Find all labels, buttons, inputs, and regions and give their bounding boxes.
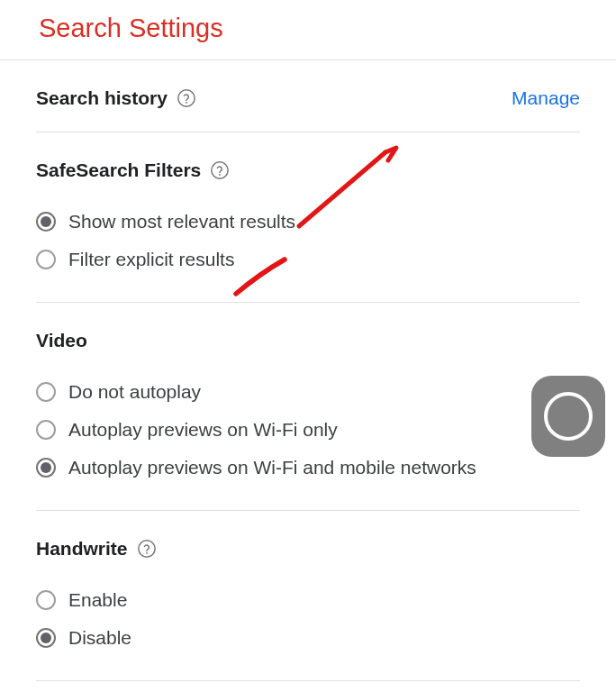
- radio-label: Autoplay previews on Wi-Fi and mobile ne…: [68, 457, 476, 478]
- help-icon[interactable]: [137, 539, 157, 559]
- radio-icon: [36, 590, 56, 610]
- history-heading: Search history: [36, 87, 168, 109]
- radio-option-autoplay-all[interactable]: Autoplay previews on Wi-Fi and mobile ne…: [36, 449, 580, 487]
- radio-label: Show most relevant results: [68, 211, 295, 232]
- radio-icon: [36, 382, 56, 402]
- help-icon[interactable]: [177, 88, 196, 108]
- radio-option-no-autoplay[interactable]: Do not autoplay: [36, 373, 580, 411]
- divider: [36, 680, 580, 681]
- handwrite-options: Enable Disable: [36, 578, 580, 680]
- radio-option-autoplay-wifi[interactable]: Autoplay previews on Wi-Fi only: [36, 411, 580, 449]
- radio-option-disable[interactable]: Disable: [36, 619, 580, 657]
- radio-icon: [36, 420, 56, 440]
- radio-icon: [36, 250, 56, 269]
- video-heading: Video: [36, 330, 87, 351]
- radio-icon: [36, 212, 56, 232]
- svg-point-3: [219, 174, 221, 176]
- radio-label: Enable: [68, 589, 127, 611]
- svg-point-4: [138, 541, 154, 557]
- voice-search-button[interactable]: [531, 376, 605, 457]
- radio-label: Do not autoplay: [68, 381, 201, 403]
- circle-icon: [544, 392, 593, 441]
- svg-point-1: [186, 102, 187, 104]
- svg-point-0: [178, 90, 195, 106]
- page-title: Search Settings: [0, 0, 616, 59]
- radio-label: Disable: [68, 627, 131, 649]
- radio-icon: [36, 458, 56, 478]
- handwrite-heading: Handwrite: [36, 538, 128, 560]
- radio-option-filter-explicit[interactable]: Filter explicit results: [36, 241, 580, 278]
- manage-link[interactable]: Manage: [512, 87, 580, 109]
- radio-option-enable[interactable]: Enable: [36, 581, 580, 619]
- video-options: Do not autoplay Autoplay previews on Wi-…: [36, 369, 580, 510]
- radio-label: Filter explicit results: [68, 249, 234, 270]
- svg-point-2: [212, 162, 228, 178]
- radio-label: Autoplay previews on Wi-Fi only: [68, 419, 338, 441]
- svg-point-5: [146, 552, 148, 554]
- safesearch-heading: SafeSearch Filters: [36, 159, 201, 181]
- help-icon[interactable]: [210, 160, 230, 180]
- radio-icon: [36, 628, 56, 648]
- radio-option-relevant[interactable]: Show most relevant results: [36, 203, 580, 241]
- safesearch-options: Show most relevant results Filter explic…: [36, 199, 580, 302]
